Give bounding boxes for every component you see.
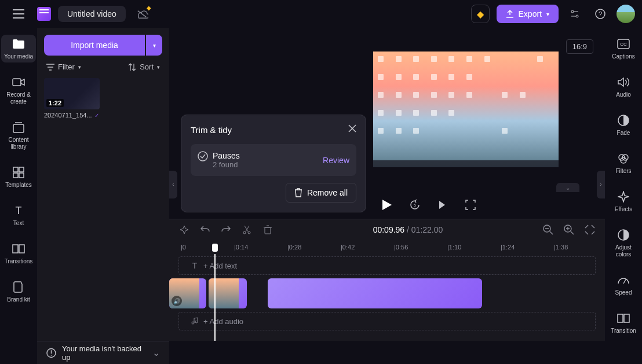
nav-templates[interactable]: Templates [1,163,36,191]
export-button[interactable]: Export ▾ [497,5,559,23]
trim-title: Trim & tidy [191,125,232,135]
sort-button[interactable]: Sort ▾ [128,62,160,71]
svg-rect-12 [19,245,24,253]
export-label: Export [519,9,542,19]
close-button[interactable] [348,124,356,135]
app-logo [37,7,51,21]
svg-rect-31 [624,314,629,322]
menu-button[interactable] [7,2,30,25]
playhead[interactable] [214,254,216,341]
transitions-icon [12,242,25,256]
nav-record[interactable]: Record & create [1,73,36,108]
video-track[interactable]: 🔊 [178,278,596,308]
warning-icon [46,348,56,358]
review-button[interactable]: Review [323,156,349,165]
text-icon: T [12,204,25,218]
zoom-in-button[interactable] [563,224,575,236]
svg-text:T: T [16,205,22,216]
sort-icon [128,63,136,71]
premium-badge[interactable]: ◆ [471,5,490,23]
nav-text[interactable]: T Text [1,201,36,229]
svg-point-0 [571,10,574,13]
svg-rect-9 [19,173,24,178]
text-icon: T [191,262,199,270]
time-display: 00:09.96 / 01:22.00 [283,225,533,234]
expand-preview[interactable]: ⌄ [556,183,579,192]
zoom-fit-button[interactable] [584,224,596,236]
nav-brand-kit[interactable]: Brand kit [1,278,36,306]
user-avatar[interactable] [617,5,635,23]
nav-content-library[interactable]: Content library [1,118,36,153]
nav-transition[interactable]: Transition [606,309,641,337]
trash-icon [294,188,302,197]
svg-point-17 [243,231,246,234]
settings-icon[interactable] [566,5,584,23]
svg-rect-8 [13,173,18,178]
nav-your-media[interactable]: Your media [1,35,36,62]
brand-icon [12,280,25,294]
svg-point-18 [248,231,250,234]
media-item[interactable]: 1:22 20240711_154... ✓ [44,78,100,119]
svg-point-1 [576,15,578,17]
zoom-out-button[interactable] [542,224,554,236]
delete-clip-button[interactable] [262,224,273,236]
transition-icon [617,311,630,325]
import-dropdown[interactable]: ▾ [146,35,162,56]
help-icon[interactable]: ? [591,5,610,23]
forward-button[interactable]: 5 [408,198,422,212]
svg-text:5: 5 [414,203,416,207]
fullscreen-button[interactable] [464,198,477,212]
contrast-icon [617,228,630,242]
svg-point-13 [198,152,207,161]
fade-icon [617,113,630,127]
sync-status-icon[interactable]: ◆ [135,7,149,21]
check-circle-icon [198,151,208,161]
video-preview[interactable] [373,52,559,167]
svg-rect-7 [19,167,24,172]
remove-all-button[interactable]: Remove all [286,183,356,203]
nav-fade[interactable]: Fade [606,111,641,139]
svg-text:T: T [192,262,198,270]
timeline-ruler[interactable]: |0 |0:14 |0:28 |0:42 |0:56 |1:10 |1:24 |… [169,240,605,254]
check-icon: ✓ [94,112,99,119]
undo-button[interactable] [199,224,211,236]
grid-icon [12,166,25,179]
split-button[interactable] [241,224,253,236]
pauses-item[interactable]: Pauses 2 found Review [191,144,356,176]
music-icon [191,317,199,325]
text-track[interactable]: T + Add text [178,256,596,275]
nav-audio[interactable]: Audio [606,73,641,101]
svg-rect-6 [13,167,18,172]
svg-text:CC: CC [620,42,627,47]
nav-filters[interactable]: Filters [606,149,641,177]
nav-speed[interactable]: Speed [606,271,641,299]
import-media-button[interactable]: Import media [44,35,145,56]
speaker-icon [617,75,630,89]
media-filename: 20240711_154... [44,112,92,119]
nav-transitions[interactable]: Transitions [1,240,36,267]
play-button[interactable] [380,198,394,212]
footer-expand[interactable]: ⌄ [152,347,160,358]
svg-rect-11 [13,245,18,253]
media-duration: 1:22 [46,99,64,107]
audio-track[interactable]: + Add audio [178,312,596,330]
project-title[interactable]: Untitled video [58,6,126,22]
nav-adjust-colors[interactable]: Adjust colors [606,226,641,260]
svg-rect-30 [618,314,623,322]
nav-captions[interactable]: CC Captions [606,35,641,62]
nav-effects[interactable]: Effects [606,187,641,215]
pauses-label: Pauses [213,151,240,160]
filter-button[interactable]: Filter ▾ [46,62,81,71]
video-clip[interactable]: 🔊 [169,278,206,308]
svg-rect-4 [13,79,21,86]
redo-button[interactable] [220,224,232,236]
video-clip[interactable] [268,278,482,308]
skip-forward-button[interactable] [436,198,450,212]
pauses-count: 2 found [213,160,240,169]
aspect-ratio-button[interactable]: 16:9 [566,39,593,54]
svg-rect-5 [13,124,24,133]
filter-icon [46,64,54,71]
auto-button[interactable] [178,224,190,236]
captions-icon: CC [617,37,630,51]
camera-icon [12,75,25,89]
